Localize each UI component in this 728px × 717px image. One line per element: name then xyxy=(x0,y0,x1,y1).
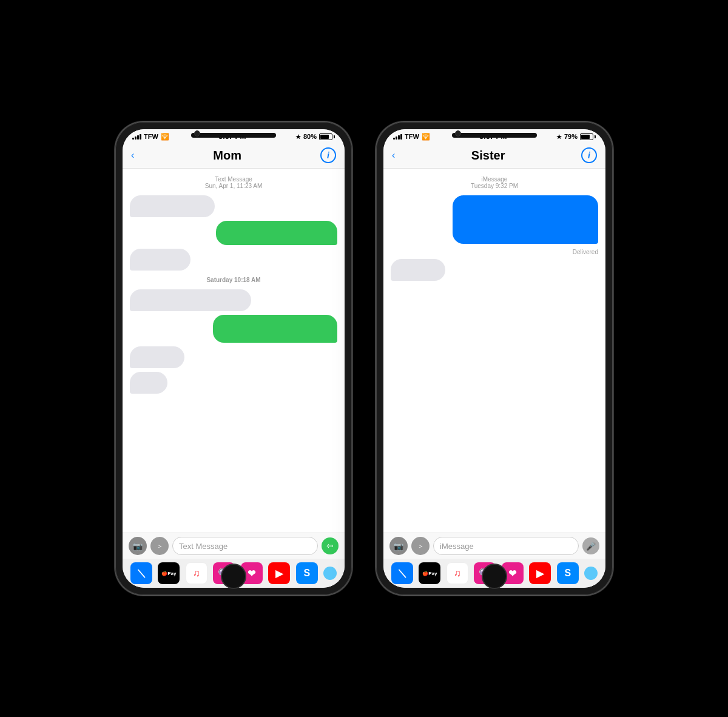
dock-music-2[interactable]: ♫ xyxy=(447,562,468,584)
info-button-1[interactable]: i xyxy=(320,147,336,163)
camera-button-1[interactable]: 📷 xyxy=(129,537,147,555)
messages-area-1[interactable]: Text Message Sun, Apr 1, 11:23 AM Saturd… xyxy=(123,169,345,533)
bubble-sent-1 xyxy=(216,221,337,245)
phone-screen-1: TFW 🛜 3:57 PM ★ 80% xyxy=(123,129,345,588)
status-right-1: ★ 80% xyxy=(295,133,335,140)
bubble-received-4 xyxy=(130,346,184,368)
chevron-left-icon-1: ‹ xyxy=(131,150,134,161)
info-button-2[interactable]: i xyxy=(581,147,597,163)
carrier-1: TFW xyxy=(144,133,158,140)
dock-music-1[interactable]: ♫ xyxy=(186,562,207,584)
delivered-label-2: Delivered xyxy=(391,249,598,255)
message-row-4 xyxy=(130,289,337,311)
dock-shazam-1[interactable]: S xyxy=(296,562,318,584)
phone-home-button-2[interactable] xyxy=(482,564,507,589)
message-row-7 xyxy=(130,372,337,394)
bubble-received-6 xyxy=(391,259,445,281)
battery-icon-2 xyxy=(580,133,596,140)
camera-button-2[interactable]: 📷 xyxy=(389,537,408,555)
phones-container: TFW 🛜 3:57 PM ★ 80% xyxy=(79,98,649,619)
message-row-3 xyxy=(130,249,337,271)
battery-pct-2: 79% xyxy=(564,133,578,140)
message-input-1[interactable]: Text Message xyxy=(172,537,318,555)
messages-area-2[interactable]: iMessage Tuesday 9:32 PM Delivered xyxy=(383,169,605,533)
message-row-1 xyxy=(130,195,337,217)
phone-speaker-1 xyxy=(191,133,276,138)
phone-camera-2 xyxy=(455,130,461,136)
dock-youtube-1[interactable]: ▶ xyxy=(268,562,290,584)
apps-button-2[interactable]: ＞ xyxy=(411,537,430,555)
timestamp-2: Saturday 10:18 AM xyxy=(130,277,337,283)
bubble-received-5 xyxy=(130,372,167,394)
timestamp-3: iMessage Tuesday 9:32 PM xyxy=(391,176,598,189)
back-button-2[interactable]: ‹ xyxy=(392,150,395,161)
bluetooth-icon-1: ★ xyxy=(295,133,301,140)
bubble-sent-blue-1 xyxy=(453,195,598,244)
battery-icon-1 xyxy=(319,133,335,140)
message-row-8 xyxy=(391,195,598,244)
message-row-9 xyxy=(391,259,598,281)
timestamp-1: Text Message Sun, Apr 1, 11:23 AM xyxy=(130,176,337,189)
mic-button-2[interactable]: 🎤 xyxy=(582,537,599,554)
phone-1: TFW 🛜 3:57 PM ★ 80% xyxy=(115,122,352,595)
bluetooth-icon-2: ★ xyxy=(556,133,562,140)
signal-icon-1 xyxy=(132,134,141,140)
phone-camera-1 xyxy=(194,130,200,136)
battery-pct-1: 80% xyxy=(303,133,317,140)
bubble-received-2 xyxy=(130,249,190,271)
signal-icon-2 xyxy=(393,134,402,140)
apps-button-1[interactable]: ＞ xyxy=(150,537,169,555)
dock-applepay-1[interactable]: 🍎Pay xyxy=(158,562,180,584)
wifi-icon-1: 🛜 xyxy=(161,133,169,141)
dock-shazam-2[interactable]: S xyxy=(557,562,579,584)
bubble-sent-2 xyxy=(213,315,337,343)
back-button-1[interactable]: ‹ xyxy=(131,150,134,161)
bubble-received-3 xyxy=(130,289,251,311)
phone-speaker-2 xyxy=(452,133,537,138)
phone-screen-2: TFW 🛜 3:57 PM ★ 79% xyxy=(383,129,605,588)
input-bar-2: 📷 ＞ iMessage 🎤 xyxy=(383,533,605,559)
message-row-6 xyxy=(130,346,337,368)
phone-2: TFW 🛜 3:57 PM ★ 79% xyxy=(376,122,613,595)
chevron-left-icon-2: ‹ xyxy=(392,150,395,161)
nav-header-2: ‹ Sister i xyxy=(383,144,605,169)
dock-appstore-1[interactable]: ＼ xyxy=(130,562,152,584)
send-button-1[interactable]: ⇧ xyxy=(322,537,339,554)
message-row-5 xyxy=(130,315,337,343)
status-left-1: TFW 🛜 xyxy=(132,133,169,141)
wifi-icon-2: 🛜 xyxy=(422,133,430,141)
input-bar-1: 📷 ＞ Text Message ⇧ xyxy=(123,533,345,559)
carrier-2: TFW xyxy=(405,133,419,140)
contact-name-1: Mom xyxy=(213,149,241,163)
dock-youtube-2[interactable]: ▶ xyxy=(529,562,551,584)
dock-extra-1[interactable] xyxy=(323,567,337,580)
message-input-2[interactable]: iMessage xyxy=(433,537,579,555)
dock-extra-2[interactable] xyxy=(584,567,598,580)
message-row-2 xyxy=(130,221,337,245)
nav-header-1: ‹ Mom i xyxy=(123,144,345,169)
contact-name-2: Sister xyxy=(471,149,505,163)
bubble-received-1 xyxy=(130,195,215,217)
status-left-2: TFW 🛜 xyxy=(393,133,430,141)
dock-appstore-2[interactable]: ＼ xyxy=(391,562,413,584)
dock-applepay-2[interactable]: 🍎Pay xyxy=(419,562,440,584)
phone-home-button-1[interactable] xyxy=(221,564,246,589)
status-right-2: ★ 79% xyxy=(556,133,596,140)
